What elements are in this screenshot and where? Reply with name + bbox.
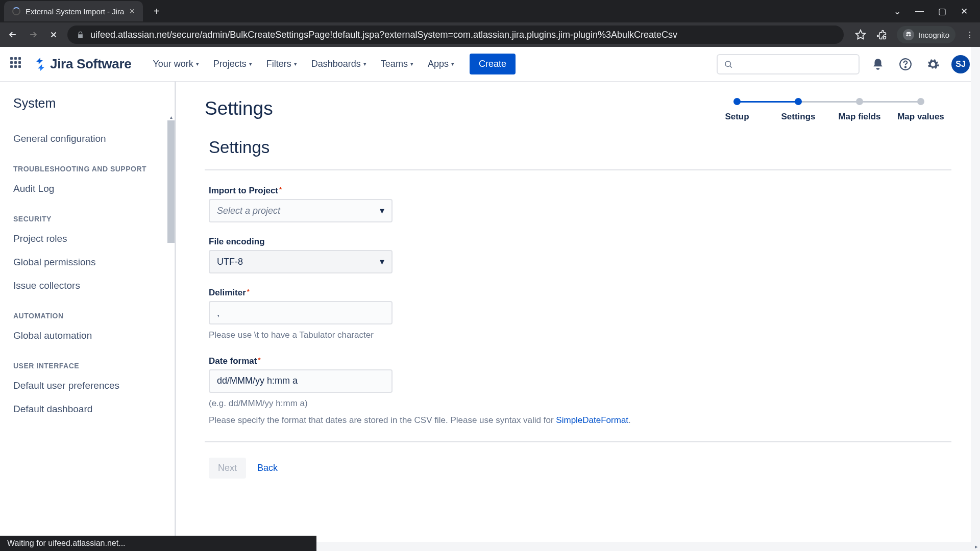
- select-file-encoding[interactable]: UTF-8 ▾: [209, 250, 393, 273]
- sidebar-item-issue-collectors[interactable]: Issue collectors: [13, 274, 175, 297]
- minimize-button[interactable]: ―: [915, 6, 924, 17]
- label-import-project: Import to Project*: [209, 186, 951, 196]
- svg-point-1: [909, 34, 911, 36]
- app-switcher-icon[interactable]: [10, 57, 24, 71]
- nav-teams[interactable]: Teams▾: [376, 55, 419, 73]
- help-date-format: Please specify the format that dates are…: [209, 414, 951, 427]
- close-tab-icon[interactable]: ×: [129, 6, 135, 17]
- field-import-project: Import to Project* Select a project ▾: [209, 186, 951, 222]
- toolbar: uifeed.atlassian.net/secure/admin/BulkCr…: [0, 22, 980, 47]
- progress-stepper: Setup Settings Map fields Map values: [706, 98, 951, 122]
- chevron-down-icon: ▾: [249, 61, 252, 67]
- step-connector: [798, 101, 860, 103]
- sidebar-item-global-permissions[interactable]: Global permissions: [13, 251, 175, 274]
- input-date-format[interactable]: dd/MMM/yy h:mm a: [209, 369, 393, 393]
- browser-tab[interactable]: External System Import - Jira ×: [4, 1, 143, 21]
- svg-point-0: [906, 34, 908, 36]
- nav-your-work[interactable]: Your work▾: [148, 55, 204, 73]
- new-tab-button[interactable]: +: [149, 4, 164, 19]
- bookmark-icon[interactable]: [855, 29, 866, 40]
- step-connector: [860, 101, 921, 103]
- search-icon: [724, 60, 733, 69]
- next-button[interactable]: Next: [209, 458, 246, 479]
- nav-dashboards[interactable]: Dashboards▾: [306, 55, 372, 73]
- chevron-down-icon: ▾: [380, 205, 384, 216]
- create-button[interactable]: Create: [470, 54, 516, 74]
- settings-icon[interactable]: [924, 55, 942, 73]
- input-delimiter[interactable]: ,: [209, 301, 393, 324]
- sidebar-item-audit-log[interactable]: Audit Log: [13, 177, 175, 201]
- forward-button[interactable]: [27, 28, 40, 41]
- maximize-button[interactable]: ▢: [938, 6, 946, 17]
- chevron-down-icon: ▾: [451, 61, 454, 67]
- kebab-menu-icon[interactable]: ⋮: [966, 30, 974, 40]
- app-scrollbar[interactable]: [971, 47, 980, 542]
- link-simpledateformat[interactable]: SimpleDateFormat: [556, 415, 628, 425]
- notifications-icon[interactable]: [869, 55, 887, 73]
- sidebar-item-global-automation[interactable]: Global automation: [13, 324, 175, 347]
- app-header: Jira Software Your work▾ Projects▾ Filte…: [0, 47, 980, 82]
- select-import-project[interactable]: Select a project ▾: [209, 199, 393, 222]
- url-text: uifeed.atlassian.net/secure/admin/BulkCr…: [90, 30, 677, 40]
- section-title: Settings: [209, 138, 951, 157]
- label-file-encoding: File encoding: [209, 237, 951, 247]
- step-dot-icon: [795, 98, 802, 105]
- back-button[interactable]: Back: [257, 458, 278, 479]
- tab-title: External System Import - Jira: [26, 7, 124, 16]
- required-icon: *: [279, 186, 282, 193]
- stop-reload-button[interactable]: [47, 28, 60, 41]
- scroll-right-icon[interactable]: ▸: [975, 543, 978, 550]
- jira-logo[interactable]: Jira Software: [34, 56, 131, 72]
- required-icon: *: [247, 288, 250, 295]
- help-delimiter: Please use \t to have a Tabulator charac…: [209, 329, 951, 342]
- chevron-down-icon: ▾: [410, 61, 413, 67]
- sidebar: System General configuration TROUBLESHOO…: [0, 82, 176, 551]
- incognito-icon: [903, 29, 914, 40]
- page-title: Settings: [205, 98, 273, 119]
- window-controls: ⌄ ― ▢ ✕: [894, 6, 980, 17]
- incognito-badge[interactable]: Incognito: [897, 26, 955, 43]
- required-icon: *: [258, 356, 260, 364]
- svg-point-4: [905, 66, 906, 67]
- incognito-label: Incognito: [918, 31, 949, 39]
- page-body: System General configuration TROUBLESHOO…: [0, 82, 980, 551]
- sidebar-item-default-dashboard[interactable]: Default dashboard: [13, 397, 175, 421]
- divider: [205, 441, 951, 442]
- sidebar-heading-security: SECURITY: [13, 201, 175, 227]
- chevron-down-icon: ▾: [363, 61, 366, 67]
- chevron-down-icon: ▾: [196, 61, 199, 67]
- nav-projects[interactable]: Projects▾: [208, 55, 257, 73]
- logo-text: Jira Software: [50, 56, 131, 72]
- nav-menu: Your work▾ Projects▾ Filters▾ Dashboards…: [148, 55, 459, 73]
- jira-logo-icon: [34, 58, 47, 71]
- scroll-up-icon[interactable]: ▴: [167, 113, 175, 120]
- sidebar-title: System: [13, 96, 175, 111]
- sidebar-item-project-roles[interactable]: Project roles: [13, 227, 175, 251]
- sidebar-item-general-config[interactable]: General configuration: [13, 127, 175, 151]
- browser-chrome: External System Import - Jira × + ⌄ ― ▢ …: [0, 0, 980, 47]
- help-icon[interactable]: [896, 55, 915, 73]
- avatar[interactable]: SJ: [951, 55, 970, 73]
- nav-filters[interactable]: Filters▾: [261, 55, 302, 73]
- status-bar: Waiting for uifeed.atlassian.net...: [0, 536, 316, 551]
- loading-spinner-icon: [12, 7, 20, 15]
- step-connector: [737, 101, 798, 103]
- sidebar-scrollbar[interactable]: ▴: [167, 113, 175, 243]
- step-dot-icon: [917, 98, 924, 105]
- extensions-icon[interactable]: [876, 30, 887, 40]
- divider: [205, 169, 951, 170]
- main-content: Settings Setup Settings Map fields: [176, 82, 980, 551]
- main-header: Settings Setup Settings Map fields: [205, 98, 951, 122]
- tab-strip: External System Import - Jira × + ⌄ ― ▢ …: [0, 0, 980, 22]
- header-right: SJ: [717, 54, 970, 74]
- search-input[interactable]: [717, 54, 860, 74]
- tab-search-icon[interactable]: ⌄: [894, 6, 901, 17]
- sidebar-item-default-user-prefs[interactable]: Default user preferences: [13, 374, 175, 397]
- lock-icon: [77, 31, 84, 39]
- address-bar[interactable]: uifeed.atlassian.net/secure/admin/BulkCr…: [67, 26, 844, 44]
- nav-apps[interactable]: Apps▾: [423, 55, 459, 73]
- step-setup[interactable]: Setup: [706, 98, 768, 122]
- back-button[interactable]: [6, 28, 19, 41]
- close-window-button[interactable]: ✕: [961, 6, 968, 17]
- scrollbar-thumb[interactable]: [167, 120, 175, 243]
